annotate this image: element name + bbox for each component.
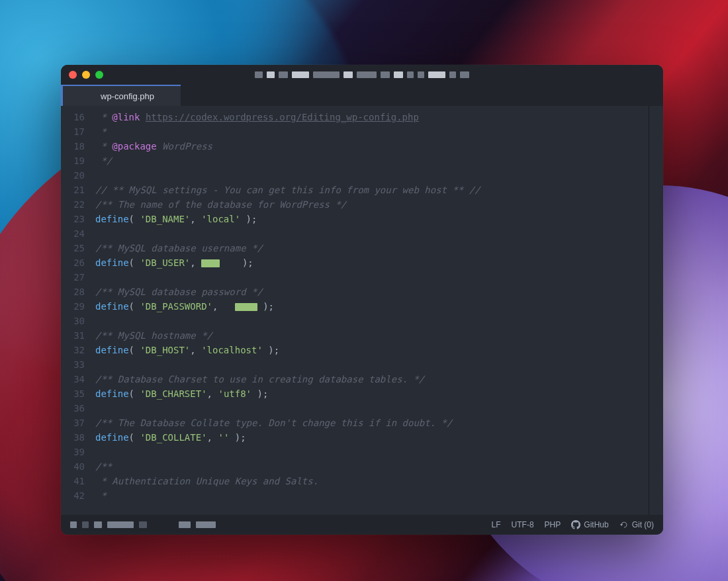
code-line[interactable] [95,357,649,372]
code-line[interactable] [95,445,649,459]
line-number: 29 [61,299,85,314]
status-github-label: GitHub [584,520,608,529]
line-number: 27 [61,270,85,285]
line-number: 25 [61,241,85,255]
code-line[interactable]: * Authentication Unique Keys and Salts. [95,474,649,488]
line-number: 28 [61,285,85,299]
tab-active-indicator [61,86,63,106]
code-line[interactable]: define( 'DB_PASSWORD', ); [95,299,649,314]
code-line[interactable]: /** MySQL hostname */ [95,328,649,343]
minimap[interactable] [649,106,663,515]
line-number: 35 [61,386,85,401]
code-line[interactable]: /** [95,459,649,474]
status-language[interactable]: PHP [545,520,561,529]
line-number: 18 [61,139,85,154]
code-line[interactable]: * @package WordPress [95,139,649,154]
code-editor[interactable]: 1617181920212223242526272829303132333435… [61,106,663,515]
line-number: 19 [61,154,85,168]
code-line[interactable]: * [95,488,649,503]
line-number: 39 [61,445,85,459]
code-line[interactable] [95,314,649,328]
tab-label: wp-config.php [101,91,154,101]
code-line[interactable]: define( 'DB_COLLATE', '' ); [95,430,649,445]
line-number: 17 [61,124,85,139]
line-number: 34 [61,372,85,386]
github-icon [571,520,580,529]
window-traffic-lights [69,71,103,79]
line-number: 37 [61,416,85,430]
code-line[interactable]: * @link https://codex.wordpress.org/Edit… [95,110,649,124]
code-line[interactable]: // ** MySQL settings - You can get this … [95,183,649,197]
line-number: 38 [61,430,85,445]
code-line[interactable]: define( 'DB_HOST', 'localhost' ); [95,343,649,357]
status-bar: LF UTF-8 PHP GitHub Git (0) [61,515,663,535]
tab-bar: wp-config.php [61,85,663,106]
line-number: 30 [61,314,85,328]
window-minimize-button[interactable] [82,71,90,79]
editor-window: wp-config.php 16171819202122232425262728… [61,65,663,535]
sync-icon [619,520,629,529]
line-number: 40 [61,459,85,474]
line-number: 36 [61,401,85,416]
code-line[interactable]: */ [95,154,649,168]
line-number-gutter: 1617181920212223242526272829303132333435… [61,106,91,515]
line-number: 32 [61,343,85,357]
code-line[interactable] [95,226,649,241]
code-line[interactable] [95,270,649,285]
window-zoom-button[interactable] [95,71,103,79]
code-line[interactable]: define( 'DB_NAME', 'local' ); [95,212,649,226]
code-line[interactable]: /** The Database Collate type. Don't cha… [95,416,649,430]
line-number: 41 [61,474,85,488]
code-line[interactable]: /** The name of the database for WordPre… [95,197,649,212]
code-line[interactable]: * [95,124,649,139]
code-line[interactable] [95,168,649,183]
code-line[interactable] [95,401,649,416]
status-git-label: Git (0) [632,520,654,529]
status-github[interactable]: GitHub [571,520,608,529]
line-number: 16 [61,110,85,124]
line-number: 42 [61,488,85,503]
status-encoding[interactable]: UTF-8 [512,520,534,529]
line-number: 33 [61,357,85,372]
line-number: 24 [61,226,85,241]
window-title-blurred [255,71,469,78]
line-number: 22 [61,197,85,212]
line-number: 21 [61,183,85,197]
line-number: 26 [61,255,85,270]
status-left-blurred [70,521,216,528]
code-line[interactable]: /** MySQL database username */ [95,241,649,255]
line-number: 23 [61,212,85,226]
code-line[interactable]: /** Database Charset to use in creating … [95,372,649,386]
status-git[interactable]: Git (0) [619,520,654,529]
window-titlebar[interactable] [61,65,663,85]
line-number: 31 [61,328,85,343]
line-number: 20 [61,168,85,183]
status-line-ending[interactable]: LF [492,520,501,529]
code-line[interactable]: define( 'DB_CHARSET', 'utf8' ); [95,386,649,401]
code-area[interactable]: * @link https://codex.wordpress.org/Edit… [91,106,649,515]
code-line[interactable]: /** MySQL database password */ [95,285,649,299]
tab-wp-config[interactable]: wp-config.php [61,85,181,106]
code-line[interactable]: define( 'DB_USER', ); [95,255,649,270]
window-close-button[interactable] [69,71,77,79]
